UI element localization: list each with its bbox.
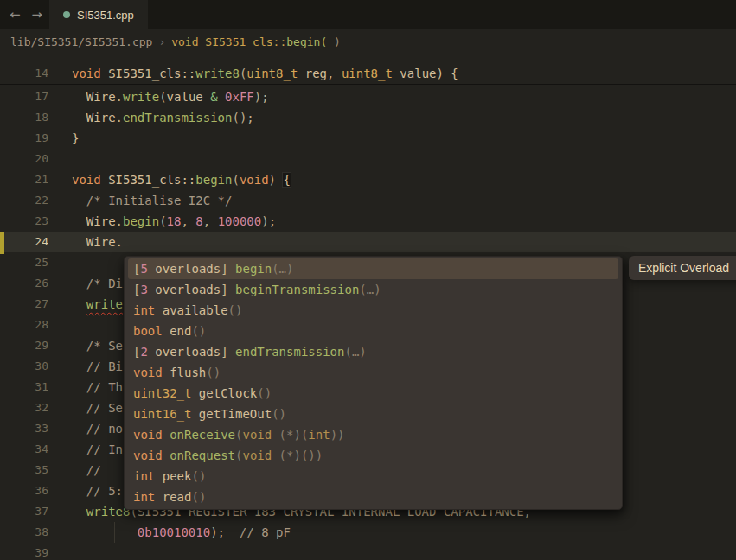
sticky-scroll-line[interactable]: 14void SI5351_cls::write8(uint8_t reg, u… [0,54,736,85]
back-icon[interactable]: ← [10,7,21,22]
code-editor-window: { "colors": { "bg": "#23221e", "bg-dark"… [0,0,736,560]
code-text: /* Initialise I2C */ [72,190,232,211]
code-text: // [72,460,101,480]
indent-guide [114,522,115,543]
line-number[interactable]: 39 [0,543,48,560]
code-token: 2 [140,345,147,359]
code-token: ); [254,90,269,104]
line-number[interactable]: 19 [0,128,48,149]
code-line-22[interactable]: 22 /* Initialise I2C */ [0,190,736,211]
code-token: . [116,90,123,104]
code-line-19[interactable]: 19} [0,128,736,149]
line-number[interactable]: 24 [0,232,48,252]
suggestion-end[interactable]: bool end() [128,321,618,341]
code-token: void [242,428,272,442]
line-number[interactable]: 37 [0,501,48,522]
code-line-18[interactable]: 18 Wire.endTransmission(); [0,107,736,128]
code-token: () [272,407,286,421]
code-token: ) [327,35,341,48]
suggestion-peek[interactable]: int peek() [128,466,618,487]
line-number[interactable]: 25 [0,252,48,273]
line-number[interactable]: 38 [0,522,48,543]
code-text: // Th [72,377,123,398]
line-number[interactable]: 32 [0,398,48,418]
suggestion-getTimeOut[interactable]: uint16_t getTimeOut() [128,404,618,424]
suggestion-getClock[interactable]: uint32_t getClock() [128,383,618,404]
code-token: void [133,366,163,379]
suggestion-begin[interactable]: [5 overloads] begin(…) [128,258,618,279]
code-token: begin [235,262,272,276]
tab-si5351-cpp[interactable]: SI5351.cpp [49,0,148,29]
code-token: (…) [359,283,381,296]
code-token: overloads [148,345,221,359]
code-token: write [86,297,123,311]
code-token: ] [221,283,235,296]
line-number[interactable]: 20 [0,149,48,169]
suggestions-popup: [5 overloads] begin(…)[3 overloads] begi… [124,256,623,510]
suggestion-available[interactable]: int available() [128,300,618,321]
code-token: { [283,173,290,187]
code-token: ) { [437,67,458,80]
suggestion-beginTransmission[interactable]: [3 overloads] beginTransmission(…) [128,279,618,300]
code-line-14[interactable]: 14void SI5351_cls::write8(uint8_t reg, u… [0,63,736,84]
line-number[interactable]: 26 [0,273,48,294]
code-token: write [123,90,159,104]
code-token: uint8_t [342,67,393,80]
code-token: available [155,303,227,317]
line-number[interactable]: 28 [0,315,48,335]
code-token: uint8_t [246,67,298,80]
code-line-38[interactable]: 38 0b10010010); // 8 pF [0,522,736,543]
breadcrumb-symbol[interactable]: void SI5351_cls::begin( ) [171,35,341,48]
code-token: )) [330,428,345,442]
code-token: 0b10010010 [138,525,210,539]
line-number[interactable]: 27 [0,294,48,315]
line-number[interactable]: 35 [0,460,48,480]
code-line-17[interactable]: 17 Wire.write(value & 0xFF); [0,86,736,107]
line-number[interactable]: 17 [0,86,48,107]
code-token: peek [155,469,191,483]
code-token: ); [210,525,225,539]
code-token: , [327,67,342,80]
code-line-24[interactable]: 24 Wire. [0,232,736,252]
code-token: int [308,428,330,442]
line-number[interactable]: 31 [0,377,48,398]
suggestion-read[interactable]: int read() [128,487,618,507]
code-token: (…) [344,345,366,359]
line-number[interactable]: 14 [0,63,48,84]
code-text: Wire.endTransmission(); [72,107,254,128]
suggestion-onReceive[interactable]: void onReceive(void (*)(int)) [128,424,618,445]
line-number[interactable]: 30 [0,356,48,377]
suggestion-onRequest[interactable]: void onRequest(void (*)()) [128,445,618,466]
code-line-39[interactable]: 39 [0,543,736,560]
line-number[interactable]: 29 [0,335,48,356]
code-token [218,90,225,104]
code-line-21[interactable]: 21void SI5351_cls::begin(void) { [0,169,736,190]
code-token: // Th [72,380,123,394]
code-text: void SI5351_cls::begin(void) { [72,169,291,190]
code-token: onRequest [163,449,235,462]
code-text: void SI5351_cls::write8(uint8_t reg, uin… [72,63,458,84]
forward-icon[interactable]: → [32,7,43,22]
code-token: void [133,428,163,442]
breadcrumb-separator-icon: › [158,35,165,48]
line-number[interactable]: 23 [0,211,48,232]
line-number[interactable]: 33 [0,418,48,439]
gutter-change-bar[interactable] [0,232,4,254]
suggestion-endTransmission[interactable]: [2 overloads] endTransmission(…) [128,341,618,362]
code-line-20[interactable]: 20 [0,149,736,169]
line-number[interactable]: 21 [0,169,48,190]
suggestion-flush[interactable]: void flush() [128,362,618,383]
breadcrumb-path[interactable]: lib/SI5351/SI5351.cpp [10,35,152,48]
code-token: /* Se [72,339,123,353]
tab-bar: ← → SI5351.cpp [0,0,736,29]
code-token: , [203,214,218,228]
code-text: Wire. [72,232,123,252]
code-token: endTransmission [123,111,232,124]
line-number[interactable]: 34 [0,439,48,460]
code-text: Wire.write(value & 0xFF); [72,86,269,107]
line-number[interactable]: 22 [0,190,48,211]
code-line-23[interactable]: 23 Wire.begin(18, 8, 100000); [0,211,736,232]
line-number[interactable]: 36 [0,480,48,501]
line-number[interactable]: 18 [0,107,48,128]
code-token: . [116,214,123,228]
